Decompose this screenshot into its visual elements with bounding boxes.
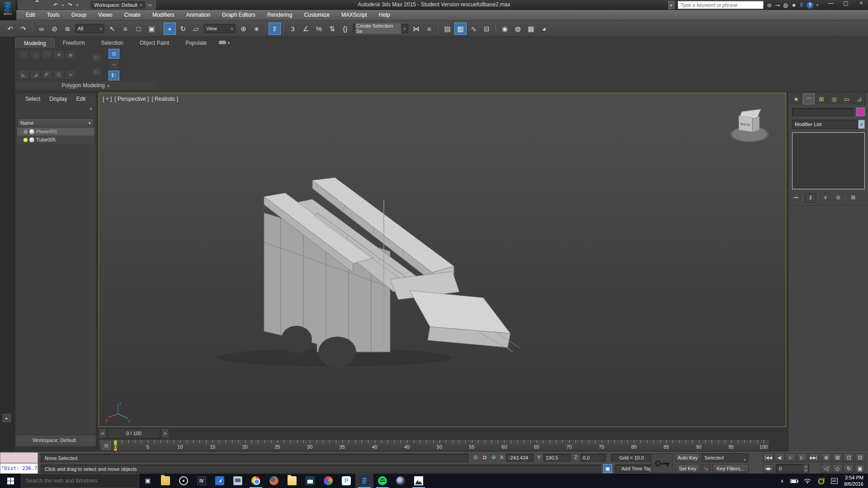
polygon-modeling-panel-label[interactable]: Polygon Modeling▾ xyxy=(15,81,156,90)
chrome-taskbar-button[interactable] xyxy=(247,474,265,488)
viewcube-side-face[interactable] xyxy=(752,116,760,132)
ribbon-tab-populate[interactable]: Populate xyxy=(177,38,215,48)
material-editor-button-icon[interactable]: ◉ xyxy=(499,23,511,35)
visibility-bulb-off-icon[interactable] xyxy=(24,130,28,134)
window-crossing-toggle-icon[interactable]: ▣ xyxy=(146,23,158,35)
angle-snap-toggle-icon[interactable]: ∠ xyxy=(300,23,312,35)
field-of-view-button[interactable]: ◁ xyxy=(821,464,831,473)
spotify-taskbar-button[interactable] xyxy=(373,474,392,488)
polygon-mode-button[interactable]: ■ xyxy=(53,50,64,60)
zoom-extents-all-button[interactable]: ⊟ xyxy=(855,453,865,462)
border-mode-button[interactable]: ◠ xyxy=(42,50,52,60)
scene-explorer-overflow-icon[interactable]: » xyxy=(90,106,92,111)
mirror-button-icon[interactable]: ⋈ xyxy=(410,23,422,35)
select-and-link-button-icon[interactable]: ∞ xyxy=(35,23,47,35)
help-dropdown-icon[interactable]: ▾ xyxy=(816,3,818,7)
toggle-command-panel-button[interactable]: ⊙ xyxy=(108,49,119,59)
object-color-swatch[interactable] xyxy=(856,108,865,116)
auto-key-button[interactable]: Auto Key xyxy=(675,453,700,462)
previous-frame-arrow-button[interactable]: < xyxy=(99,428,107,438)
maximize-button[interactable]: ▢ xyxy=(842,0,850,6)
infocenter-collapse-icon[interactable]: ▸ xyxy=(668,1,675,9)
named-selection-sets-dropdown[interactable]: Create Selection Se∨ xyxy=(353,24,408,33)
preview-off-button[interactable]: ◤ xyxy=(42,70,52,80)
ribbon-tab-freeform[interactable]: Freeform xyxy=(55,38,93,48)
percent-snap-toggle-icon[interactable]: % xyxy=(313,23,325,35)
maximize-viewport-toggle[interactable]: ▣ xyxy=(855,464,865,473)
key-mode-toggle[interactable]: ◀▶ xyxy=(763,464,774,473)
menu-group[interactable]: Group xyxy=(66,10,92,20)
menu-animation[interactable]: Animation xyxy=(180,10,216,20)
time-slider-ruler[interactable]: ⊟ 05101520253035404550556065707580859095… xyxy=(99,439,769,451)
file-explorer-taskbar-button[interactable] xyxy=(156,474,175,488)
y-coordinate-field[interactable]: 190.5 xyxy=(543,454,571,462)
wifi-icon[interactable] xyxy=(804,478,811,483)
close-button[interactable]: × xyxy=(857,0,865,6)
menu-rendering[interactable]: Rendering xyxy=(261,10,298,20)
use-pivot-point-center-button-icon[interactable]: ⊕ xyxy=(237,23,250,35)
modifier-list-arrow-icon[interactable]: ∨ xyxy=(858,120,865,129)
help-icon[interactable]: ? xyxy=(807,2,813,9)
3ds-max-taskbar-button[interactable] xyxy=(355,474,373,488)
viewport-menu-shading[interactable]: [ Realistic ] xyxy=(151,96,178,102)
color-swirl-app-taskbar-button[interactable] xyxy=(319,474,337,488)
menu-help[interactable]: Help xyxy=(373,10,396,20)
remove-modifier-button[interactable]: ⊝ xyxy=(833,193,844,202)
viewcube-back-face[interactable]: BACK xyxy=(739,116,752,132)
visibility-bulb-on-icon[interactable] xyxy=(24,138,28,142)
open-mini-curve-editor-icon[interactable]: ⊟ xyxy=(102,441,111,450)
select-and-manipulate-button-icon[interactable]: ∗ xyxy=(250,23,263,35)
unlink-selection-button-icon[interactable]: ⊘ xyxy=(48,23,61,35)
x-coordinate-field[interactable]: -243.434 xyxy=(506,454,533,462)
reference-coordinate-dropdown[interactable]: View∨ xyxy=(204,24,236,33)
schematic-view-button-icon[interactable]: ⊟ xyxy=(481,23,493,35)
maxscript-mini-listener-pink[interactable] xyxy=(0,452,38,463)
ribbon-tab-object-paint[interactable]: Object Paint xyxy=(132,38,177,48)
key-mode-dropdown[interactable]: Selected∨ xyxy=(702,453,749,462)
element-mode-button[interactable]: ◆ xyxy=(65,50,76,60)
airplane-app-taskbar-button[interactable] xyxy=(211,474,229,488)
maxscript-mini-listener-white[interactable]: "Dist: 236.7 xyxy=(0,463,38,474)
firefox-taskbar-button[interactable] xyxy=(265,474,283,488)
show-end-result-ribbon-button[interactable]: ‖↑ xyxy=(108,70,119,80)
configure-modifier-sets-button[interactable]: ⊞ xyxy=(848,193,859,202)
frame-spinner[interactable]: ▴▾ xyxy=(803,464,809,473)
command-tab-hierarchy-icon[interactable]: ⊞ xyxy=(816,94,827,104)
lock-selection-icon[interactable]: ◘ xyxy=(481,454,488,461)
infocenter-search-input[interactable] xyxy=(678,1,764,9)
vertex-mode-button[interactable]: ∴ xyxy=(18,50,29,60)
favorites-star-icon[interactable]: ★ xyxy=(791,2,797,9)
next-frame-arrow-button[interactable]: > xyxy=(161,428,169,438)
photo-app-p-taskbar-button[interactable]: P xyxy=(337,474,355,488)
previous-frame-button[interactable]: ◀| xyxy=(774,453,785,462)
documents-folder-taskbar-button[interactable] xyxy=(283,474,301,488)
ribbon-tab-modeling[interactable]: Modeling xyxy=(15,38,55,48)
menu-modifiers[interactable]: Modifiers xyxy=(146,10,180,20)
ribbon-minimize-dropdown[interactable]: ▾ xyxy=(215,38,234,48)
next-frame-button[interactable]: |▷ xyxy=(797,453,807,462)
render-setup-button-icon[interactable]: ◍ xyxy=(512,23,524,35)
menu-create[interactable]: Create xyxy=(118,10,146,20)
default-tangent-icon[interactable]: ∿ xyxy=(702,464,711,473)
command-tab-motion-icon[interactable]: ◎ xyxy=(828,94,840,104)
pan-view-button[interactable]: ◇ xyxy=(832,464,843,473)
set-key-button[interactable]: Set Key xyxy=(675,464,700,473)
modifier-list-dropdown[interactable]: Modifier List xyxy=(792,120,858,129)
edit-cage-button[interactable]: ⊞ xyxy=(53,70,64,80)
command-tab-utilities-icon[interactable]: ⊿ xyxy=(854,94,865,104)
sign-in-key-icon[interactable]: ⊸ xyxy=(775,2,780,9)
scene-explorer-menu-select[interactable]: Select xyxy=(25,96,40,102)
menu-views[interactable]: Views xyxy=(92,10,118,20)
zoom-button[interactable]: ⊕ xyxy=(821,453,831,462)
windows-store-taskbar-button[interactable] xyxy=(301,474,319,488)
start-button[interactable] xyxy=(0,474,21,488)
pin-stack-ribbon-button[interactable]: ⊸ xyxy=(108,60,119,70)
minimize-button[interactable]: — xyxy=(826,0,835,6)
media-player-iv-taskbar-button[interactable]: IV xyxy=(193,474,211,488)
redo-button-icon[interactable]: ↷ xyxy=(17,23,29,35)
orbit-button[interactable]: ↻ xyxy=(844,464,854,473)
play-button[interactable]: ▷ xyxy=(786,453,796,462)
edit-named-selection-sets-button-icon[interactable]: {} xyxy=(339,23,351,35)
toggle-scene-explorer-button-icon[interactable]: ▥ xyxy=(454,23,467,35)
photos-taskbar-button[interactable] xyxy=(410,474,428,488)
